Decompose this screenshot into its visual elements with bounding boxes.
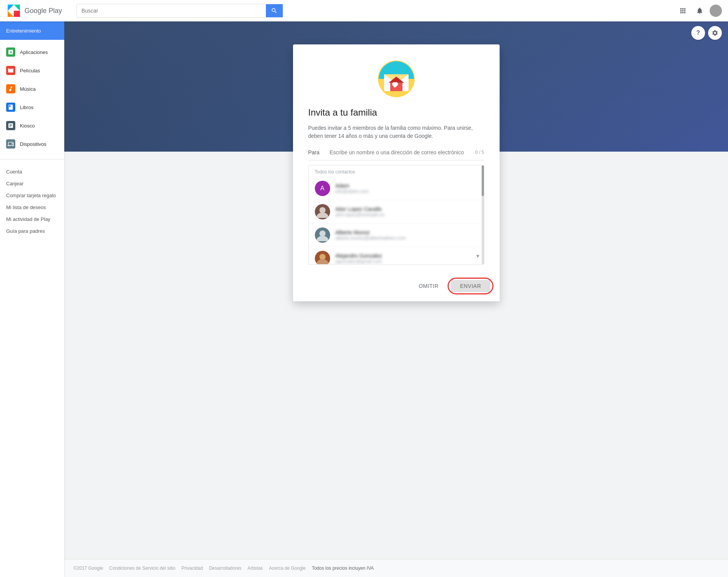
invite-icon-container (308, 60, 484, 98)
footer: ©2017 Google Condiciones de Servicio del… (64, 559, 728, 577)
logo[interactable]: Google Play (6, 3, 67, 18)
svg-marker-2 (8, 11, 14, 17)
omit-button[interactable]: OMITIR (412, 280, 445, 292)
logo-text: Google Play (24, 7, 62, 15)
kiosco-icon (6, 121, 15, 130)
contact-name-4: Alejandro Gonzalez (335, 253, 478, 259)
contact-item[interactable]: Alberto Munoz alberto.munoz@albertoalber… (309, 224, 484, 247)
sidebar-item-aplicaciones[interactable]: Aplicaciones (0, 43, 64, 61)
sidebar-item-peliculas[interactable]: Películas (0, 61, 64, 80)
dialog-overlay: Invita a tu familia Puedes invitar a 5 m… (64, 21, 728, 577)
settings-button[interactable] (708, 26, 722, 40)
contact-item[interactable]: Aitor Lopez Cavallo aitor.lopez@example.… (309, 200, 484, 224)
sidebar-nav-section: Aplicaciones Películas Música (0, 40, 64, 156)
dialog-title: Invita a tu familia (308, 107, 484, 118)
sidebar-link-actividad[interactable]: Mi actividad de Play (0, 213, 64, 225)
contact-email-4: agonzalez@gmail.com (335, 259, 478, 264)
contacts-scrollbar-thumb (482, 165, 484, 196)
contact-avatar-4 (315, 251, 330, 265)
avatar-icon (710, 5, 722, 17)
dialog-description: Puedes invitar a 5 miembros de la famili… (308, 124, 484, 140)
sidebar-item-dispositivos[interactable]: Dispositivos (0, 135, 64, 153)
contact-name-3: Alberto Munoz (335, 229, 478, 235)
to-field: Para 0 / 5 (308, 149, 484, 160)
footer-link-tos[interactable]: Condiciones de Servicio del sitio (109, 566, 176, 571)
sidebar-link-lista-deseos[interactable]: Mi lista de deseos (0, 201, 64, 213)
footer-link-dev[interactable]: Desarrolladores (209, 566, 241, 571)
play-logo-icon (6, 3, 21, 18)
sidebar-link-guia[interactable]: Guía para padres (0, 225, 64, 237)
main-top-bar: ? (685, 21, 728, 44)
contact-info-3: Alberto Munoz alberto.munoz@albertoalber… (335, 229, 478, 241)
to-counter: 0 / 5 (475, 150, 484, 155)
contact-email-2: aitor.lopez@example.es (335, 212, 478, 217)
contact-info-1: Adam info@adam.com (335, 183, 478, 194)
contact-avatar-3 (315, 227, 330, 243)
sidebar-links-section: Cuenta Canjear Comprar tarjeta regalo Mi… (0, 163, 64, 240)
libros-icon (6, 103, 15, 112)
contact-email-1: info@adam.com (335, 189, 478, 194)
footer-copyright: ©2017 Google (73, 566, 103, 571)
layout: Entretenimiento Aplicaciones Películas (0, 21, 728, 577)
aplicaciones-label: Aplicaciones (20, 49, 48, 55)
contact-name-1: Adam (335, 183, 478, 189)
invite-dialog: Invita a tu familia Puedes invitar a 5 m… (293, 44, 500, 301)
settings-icon (712, 29, 718, 36)
peliculas-icon (6, 66, 15, 75)
contact-avatar-2 (315, 204, 330, 219)
search-bar (77, 4, 283, 18)
to-label: Para (308, 149, 324, 155)
contact-item[interactable]: Alejandro Gonzalez agonzalez@gmail.com (309, 247, 484, 265)
svg-point-11 (319, 230, 326, 237)
libros-label: Libros (20, 105, 33, 110)
search-button[interactable] (266, 4, 283, 17)
dispositivos-label: Dispositivos (20, 141, 46, 147)
svg-marker-3 (14, 11, 20, 17)
user-avatar[interactable] (710, 5, 722, 17)
scroll-down-icon: ▾ (476, 252, 479, 260)
sidebar-divider (0, 159, 64, 160)
contacts-scrollbar[interactable] (482, 165, 484, 264)
dispositivos-icon (6, 139, 15, 149)
contact-item[interactable]: A Adam info@adam.com (309, 177, 484, 200)
svg-marker-1 (14, 5, 20, 11)
contacts-section: Todos los contactos A Adam info@adam.com (308, 165, 484, 265)
notifications-button[interactable] (693, 4, 707, 18)
footer-link-artists[interactable]: Artistas (248, 566, 263, 571)
send-button[interactable]: ENVIAR (451, 280, 490, 292)
svg-point-10 (319, 207, 326, 213)
apps-button[interactable] (676, 4, 690, 18)
sidebar-item-libros[interactable]: Libros (0, 98, 64, 116)
sidebar-highlight-label: Entretenimiento (6, 28, 41, 34)
contact-info-4: Alejandro Gonzalez agonzalez@gmail.com (335, 253, 478, 264)
help-icon: ? (696, 29, 700, 36)
search-input[interactable] (77, 4, 266, 17)
contact-email-3: alberto.munoz@albertoalbero.com (335, 235, 478, 241)
sidebar-link-canjear[interactable]: Canjear (0, 178, 64, 190)
sidebar-link-cuenta[interactable]: Cuenta (0, 166, 64, 178)
svg-point-12 (319, 254, 326, 260)
sidebar-item-entretenimiento[interactable]: Entretenimiento (0, 21, 64, 40)
dialog-footer: OMITIR ENVIAR (293, 274, 500, 301)
contact-avatar-1: A (315, 181, 330, 196)
dialog-body: Invita a tu familia Puedes invitar a 5 m… (293, 44, 500, 274)
sidebar-item-kiosco[interactable]: Kiosco (0, 116, 64, 135)
invite-icon (377, 60, 415, 98)
aplicaciones-icon (6, 47, 15, 57)
footer-link-about[interactable]: Acerca de Google (269, 566, 306, 571)
header: Google Play (0, 0, 728, 21)
sidebar-item-musica[interactable]: Música (0, 80, 64, 98)
to-input[interactable] (330, 149, 472, 155)
footer-link-privacy[interactable]: Privacidad (181, 566, 203, 571)
svg-marker-0 (8, 5, 14, 11)
search-icon (271, 7, 278, 14)
footer-note: Todos los precios incluyen IVA (312, 566, 374, 571)
sidebar: Entretenimiento Aplicaciones Películas (0, 21, 64, 577)
musica-label: Música (20, 86, 36, 92)
main-content: ? (64, 21, 728, 577)
contact-info-2: Aitor Lopez Cavallo aitor.lopez@example.… (335, 206, 478, 217)
help-button[interactable]: ? (691, 26, 705, 40)
sidebar-link-tarjeta[interactable]: Comprar tarjeta regalo (0, 190, 64, 201)
peliculas-label: Películas (20, 68, 40, 74)
musica-icon (6, 84, 15, 93)
